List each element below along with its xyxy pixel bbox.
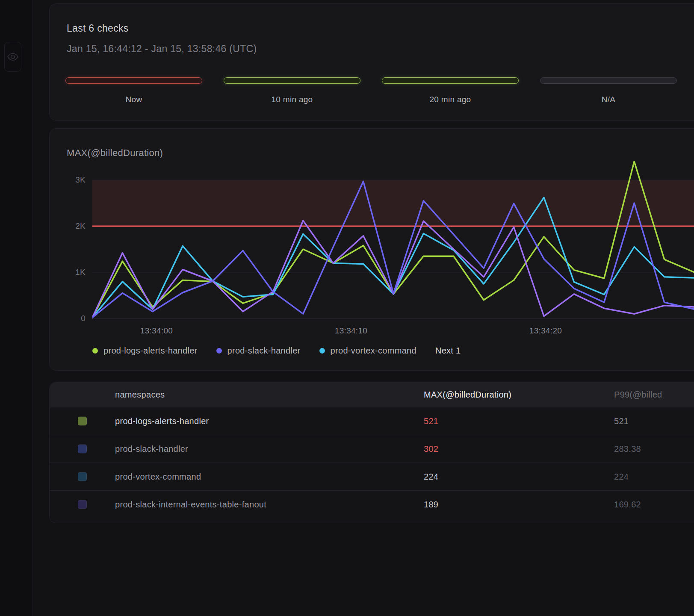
chart-legend: prod-logs-alerts-handler prod-slack-hand… bbox=[92, 346, 461, 356]
legend-label: prod-logs-alerts-handler bbox=[103, 346, 198, 356]
legend-item-logs-alerts-handler[interactable]: prod-logs-alerts-handler bbox=[92, 346, 198, 356]
p99-value: 169.62 bbox=[614, 500, 641, 510]
timeseries-chart[interactable] bbox=[92, 159, 694, 339]
chart-title: MAX(@billedDuration) bbox=[67, 147, 163, 159]
legend-dot bbox=[92, 348, 98, 354]
series-color-swatch bbox=[78, 500, 87, 509]
table-row[interactable]: prod-logs-alerts-handler 521 521 bbox=[50, 407, 694, 435]
y-axis-label-2k: 2K bbox=[66, 221, 86, 231]
legend-next-page-link[interactable]: Next 1 bbox=[435, 346, 461, 356]
table-row[interactable]: prod-vortex-command 224 224 bbox=[50, 463, 694, 491]
namespace-name: prod-vortex-command bbox=[115, 472, 201, 482]
checks-summary-card: Last 6 checks Jan 15, 16:44:12 - Jan 15,… bbox=[49, 3, 694, 121]
namespaces-table-card: namespaces MAX(@billedDuration) P99(@bil… bbox=[49, 382, 694, 523]
y-axis-label-1k: 1K bbox=[66, 268, 86, 277]
legend-item-slack-handler[interactable]: prod-slack-handler bbox=[216, 346, 301, 356]
checks-row: Now 10 min ago 20 min ago N/A bbox=[65, 77, 677, 104]
legend-label: prod-slack-handler bbox=[227, 346, 301, 356]
column-header-p99-billed-duration[interactable]: P99(@billed bbox=[614, 390, 662, 400]
column-header-namespaces[interactable]: namespaces bbox=[115, 390, 165, 400]
check-item: 20 min ago bbox=[382, 77, 519, 104]
x-axis-tick-3: 13:34:20 bbox=[529, 326, 562, 336]
max-value: 189 bbox=[424, 500, 438, 510]
max-value: 521 bbox=[424, 416, 438, 426]
table-row[interactable]: prod-slack-internal-events-table-fanout … bbox=[50, 491, 694, 518]
max-value: 224 bbox=[424, 472, 438, 482]
p99-value: 521 bbox=[614, 416, 629, 426]
check-label: N/A bbox=[602, 95, 616, 104]
left-rail bbox=[0, 0, 32, 616]
series-color-swatch bbox=[78, 445, 87, 454]
max-value: 302 bbox=[424, 444, 438, 454]
legend-dot bbox=[319, 348, 325, 354]
chart-card: MAX(@billedDuration) 3K 2K 1K 0 13:34:00… bbox=[49, 128, 694, 371]
eye-icon bbox=[7, 53, 18, 61]
check-status-bar-10min[interactable] bbox=[224, 77, 360, 84]
check-label: 10 min ago bbox=[271, 95, 313, 104]
summary-title: Last 6 checks bbox=[67, 23, 129, 34]
check-status-bar-na[interactable] bbox=[540, 77, 677, 84]
column-header-max-billed-duration[interactable]: MAX(@billedDuration) bbox=[424, 390, 511, 400]
p99-value: 224 bbox=[614, 472, 629, 482]
summary-date-range: Jan 15, 16:44:12 - Jan 15, 13:58:46 (UTC… bbox=[67, 43, 257, 55]
p99-value: 283.38 bbox=[614, 444, 641, 454]
check-label: 20 min ago bbox=[429, 95, 471, 104]
namespace-name: prod-slack-handler bbox=[115, 444, 188, 454]
check-item: 10 min ago bbox=[224, 77, 360, 104]
legend-item-vortex-command[interactable]: prod-vortex-command bbox=[319, 346, 416, 356]
x-axis-tick-1: 13:34:00 bbox=[140, 326, 173, 336]
x-axis-tick-2: 13:34:10 bbox=[335, 326, 367, 336]
y-axis-label-0: 0 bbox=[66, 314, 86, 323]
check-label: Now bbox=[126, 95, 142, 104]
table-header-row: namespaces MAX(@billedDuration) P99(@bil… bbox=[50, 382, 694, 407]
check-status-bar-now[interactable] bbox=[65, 77, 202, 84]
series-color-swatch bbox=[78, 417, 87, 426]
table-row[interactable]: prod-slack-handler 302 283.38 bbox=[50, 435, 694, 463]
series-color-swatch bbox=[78, 472, 87, 481]
line-chart-plot[interactable]: 3K 2K 1K 0 13:34:00 13:34:10 13:34:20 bbox=[92, 159, 694, 339]
check-item: Now bbox=[65, 77, 202, 104]
legend-dot bbox=[216, 348, 222, 354]
panel-toggle-button[interactable] bbox=[4, 42, 21, 72]
y-axis-label-3k: 3K bbox=[66, 175, 86, 185]
check-status-bar-20min[interactable] bbox=[382, 77, 519, 84]
namespace-name: prod-slack-internal-events-table-fanout bbox=[115, 500, 266, 510]
check-item: N/A bbox=[540, 77, 677, 104]
legend-label: prod-vortex-command bbox=[331, 346, 416, 356]
namespace-name: prod-logs-alerts-handler bbox=[115, 416, 209, 426]
